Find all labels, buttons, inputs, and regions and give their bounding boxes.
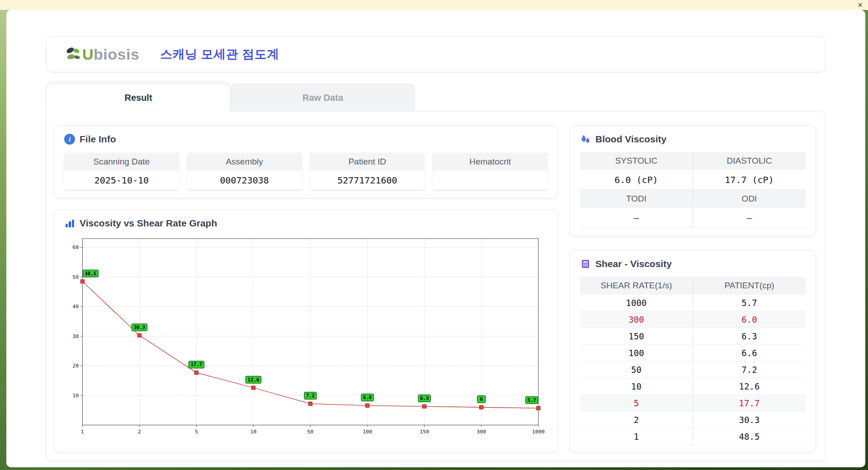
left-column: i File Info Scanning Date2025-10-10Assem… (54, 125, 558, 452)
field-label: Assembly (187, 153, 302, 171)
brand-rest-text: biosis (94, 46, 139, 63)
patient-cell: 6.6 (693, 345, 806, 362)
svg-text:6.6: 6.6 (363, 395, 372, 400)
header-card: Ubiosis 스캐닝 모세관 점도계 (46, 36, 826, 72)
info-icon: i (64, 134, 75, 145)
patient-cell: 17.7 (693, 395, 806, 412)
shear-rate-cell: 1000 (580, 295, 693, 311)
tab-bar: Result Raw Data (46, 84, 826, 112)
shear-rate-cell: 50 (580, 362, 693, 378)
graph-card: Viscosity vs Shear Rate Graph 1020304050… (54, 209, 558, 452)
chart-area: 1020304050601251050100150300100048.530.3… (64, 234, 547, 444)
svg-text:60: 60 (72, 244, 79, 251)
table-row: 148.5 (580, 428, 806, 445)
table-row: 230.3 (580, 412, 806, 428)
svg-text:7.2: 7.2 (306, 393, 315, 398)
bv-value-row: 6.0 (cP)17.7 (cP) (580, 170, 806, 190)
result-panel: i File Info Scanning Date2025-10-10Assem… (46, 111, 826, 461)
svg-text:150: 150 (420, 428, 429, 435)
svg-text:30.3: 30.3 (134, 324, 145, 330)
bv-value-cell: – (693, 208, 806, 228)
blood-viscosity-table: SYSTOLICDIASTOLIC6.0 (cP)17.7 (cP)TODIOD… (580, 152, 806, 228)
shear-rate-cell: 300 (580, 311, 693, 328)
sv-header-row: SHEAR RATE(1/s)PATIENT(cp) (580, 277, 806, 295)
bv-header-cell: SYSTOLIC (580, 152, 693, 170)
file-info-field: Patient ID52771721600 (310, 153, 425, 190)
svg-text:2: 2 (138, 428, 141, 435)
svg-text:6: 6 (480, 396, 483, 402)
patient-cell: 5.7 (693, 295, 806, 311)
svg-text:40: 40 (72, 304, 79, 310)
field-value: 000723038 (187, 171, 302, 190)
file-info-field: Scanning Date2025-10-10 (64, 153, 179, 190)
svg-text:1000: 1000 (532, 428, 545, 435)
patient-cell: 48.5 (693, 428, 806, 445)
file-info-title-row: i File Info (64, 134, 547, 145)
shear-rate-cell: 5 (580, 395, 693, 412)
blood-viscosity-title: Blood Viscosity (595, 134, 666, 145)
file-info-field: Assembly000723038 (187, 153, 302, 190)
table-row: 1006.6 (580, 345, 806, 362)
svg-text:6.3: 6.3 (420, 395, 429, 401)
file-info-card: i File Info Scanning Date2025-10-10Assem… (54, 125, 558, 198)
app-title: 스캐닝 모세관 점도계 (160, 46, 279, 62)
blood-viscosity-card: Blood Viscosity SYSTOLICDIASTOLIC6.0 (cP… (570, 125, 816, 236)
table-row: 517.7 (580, 395, 806, 412)
sv-header-cell: SHEAR RATE(1/s) (580, 277, 693, 295)
table-row: 3006.0 (580, 311, 806, 328)
svg-text:50: 50 (72, 274, 79, 280)
svg-text:10: 10 (250, 428, 257, 435)
patient-cell: 7.2 (693, 362, 806, 378)
svg-text:20: 20 (72, 363, 79, 369)
shear-viscosity-title-row: Shear - Viscosity (580, 258, 806, 269)
patient-cell: 30.3 (693, 412, 806, 428)
svg-text:300: 300 (476, 428, 486, 435)
leaf-icon (65, 46, 82, 63)
field-label: Hematocrit (433, 153, 547, 171)
shear-rate-cell: 10 (580, 378, 693, 395)
file-info-title: File Info (80, 134, 116, 145)
bv-value-cell: – (580, 208, 693, 228)
field-value (433, 171, 547, 190)
table-row: 1012.6 (580, 378, 806, 395)
svg-text:1: 1 (81, 428, 84, 435)
shear-rate-cell: 2 (580, 412, 693, 428)
brand-text: Ubiosis (82, 46, 139, 63)
table-row: 1506.3 (580, 328, 806, 345)
close-icon[interactable]: × (858, 1, 863, 9)
sv-header-cell: PATIENT(cp) (693, 277, 806, 295)
patient-cell: 6.3 (693, 328, 806, 345)
bv-value-cell: 6.0 (cP) (580, 170, 693, 190)
bv-header-cell: ODI (693, 190, 806, 208)
tab-result[interactable]: Result (46, 84, 231, 112)
right-column: Blood Viscosity SYSTOLICDIASTOLIC6.0 (cP… (570, 125, 816, 452)
graph-title: Viscosity vs Shear Rate Graph (80, 218, 217, 229)
file-info-field: Hematocrit (433, 153, 547, 190)
svg-text:30: 30 (72, 333, 79, 339)
calculator-icon (580, 258, 591, 269)
droplet-icon (580, 134, 591, 145)
shear-viscosity-title: Shear - Viscosity (595, 258, 672, 269)
bv-header-cell: TODI (580, 190, 693, 208)
tab-raw-data[interactable]: Raw Data (231, 84, 415, 112)
brand-accent-letter: U (82, 46, 94, 63)
blood-viscosity-title-row: Blood Viscosity (580, 134, 806, 145)
svg-text:10: 10 (72, 392, 79, 399)
brand-logo: Ubiosis (65, 46, 139, 63)
field-value: 52771721600 (310, 171, 425, 190)
bv-header-row: SYSTOLICDIASTOLIC (580, 152, 806, 170)
field-label: Scanning Date (64, 153, 179, 171)
shear-viscosity-card: Shear - Viscosity SHEAR RATE(1/s)PATIENT… (570, 250, 816, 452)
svg-text:50: 50 (307, 428, 314, 435)
bv-header-cell: DIASTOLIC (693, 152, 806, 170)
graph-title-row: Viscosity vs Shear Rate Graph (64, 218, 547, 229)
shear-rate-cell: 100 (580, 345, 693, 362)
svg-text:5: 5 (195, 428, 198, 435)
svg-text:100: 100 (363, 428, 372, 435)
title-bar: × (0, 0, 868, 10)
table-row: 10005.7 (580, 295, 806, 311)
table-row: 507.2 (580, 362, 806, 378)
patient-cell: 6.0 (693, 311, 806, 328)
app-window: Ubiosis 스캐닝 모세관 점도계 Result Raw Data i Fi… (6, 10, 865, 467)
field-value: 2025-10-10 (64, 171, 179, 190)
